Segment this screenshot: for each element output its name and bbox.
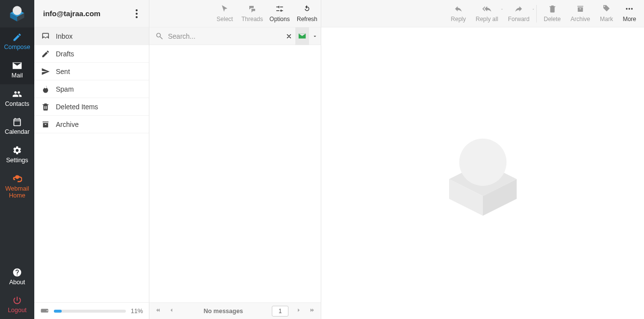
forward-icon: [514, 4, 523, 14]
folder-label: Inbox: [56, 32, 72, 40]
search-bar: [149, 27, 321, 45]
svg-point-8: [47, 310, 48, 311]
calendar-icon: [12, 117, 23, 127]
toolbar-more-button[interactable]: More: [618, 0, 641, 23]
nav-settings-label: Settings: [6, 157, 28, 164]
folder-label: Drafts: [56, 50, 74, 58]
nav-calendar[interactable]: Calendar: [0, 112, 34, 141]
contacts-icon: [12, 89, 23, 99]
nav-mail-label: Mail: [12, 73, 23, 79]
caret-down-icon: [531, 7, 535, 11]
list-pager: No messages: [149, 302, 321, 319]
folder-label: Archive: [56, 121, 79, 128]
toolbar-refresh-button[interactable]: Refresh: [293, 0, 321, 23]
quota-progress: [54, 310, 126, 313]
list-toolbar: Select Threads Options Refresh: [149, 0, 321, 27]
search-input[interactable]: [168, 32, 283, 40]
folder-spam[interactable]: Spam: [34, 80, 149, 98]
ellipsis-icon: [625, 4, 634, 14]
pager-next-button[interactable]: [295, 307, 302, 315]
question-icon: [12, 268, 23, 277]
message-empty-state: [321, 27, 644, 319]
fire-icon: [41, 85, 50, 94]
toolbar-reply-button[interactable]: Reply: [446, 0, 471, 23]
threads-icon: [248, 4, 257, 14]
toolbar-options-button[interactable]: Options: [266, 0, 293, 23]
pager-last-button[interactable]: [309, 307, 316, 315]
toolbar-forward-button[interactable]: Forward: [503, 0, 534, 23]
refresh-icon: [303, 4, 311, 14]
nav-about[interactable]: About: [0, 263, 34, 291]
nav-logout[interactable]: Logout: [0, 291, 34, 319]
sliders-icon: [275, 4, 284, 14]
folder-drafts[interactable]: Drafts: [34, 45, 149, 63]
empty-inbox-icon: [427, 117, 539, 230]
disk-icon: [40, 308, 49, 315]
nav-webmail-home-label: Webmail Home: [1, 186, 33, 199]
nav-calendar-label: Calendar: [5, 129, 30, 136]
folder-inbox[interactable]: Inbox: [34, 27, 149, 45]
nav-logout-label: Logout: [8, 307, 26, 314]
search-clear-button[interactable]: [283, 27, 295, 45]
trash-icon: [41, 102, 50, 111]
folder-archive[interactable]: Archive: [34, 116, 149, 133]
envelope-icon: [298, 33, 307, 39]
toolbar-options-label: Options: [269, 16, 289, 23]
nav-compose[interactable]: Compose: [0, 27, 34, 56]
svg-point-4: [136, 9, 138, 11]
svg-point-6: [136, 16, 138, 18]
nav-settings[interactable]: Settings: [0, 141, 34, 169]
toolbar-replyall-button[interactable]: Reply all: [471, 0, 503, 23]
search-scope-button[interactable]: [295, 27, 309, 45]
toolbar-select-button[interactable]: Select: [211, 0, 239, 23]
forward-caret[interactable]: [531, 6, 535, 13]
folder-deleted[interactable]: Deleted Items: [34, 98, 149, 116]
toolbar-mark-button[interactable]: Mark: [595, 0, 618, 23]
svg-point-11: [631, 8, 633, 9]
folder-list: Inbox Drafts Sent Spam Deleted Items: [34, 27, 149, 302]
nav-webmail-home[interactable]: Webmail Home: [0, 169, 34, 204]
message-list-pane: Select Threads Options Refresh: [149, 0, 321, 319]
inbox-icon: [41, 32, 50, 41]
brand-logo: [0, 0, 34, 27]
nav-contacts-label: Contacts: [5, 101, 29, 108]
toolbar-delete-button[interactable]: Delete: [539, 0, 566, 23]
message-pane: Reply Reply all Forward Delete: [321, 0, 644, 319]
toolbar-mark-label: Mark: [600, 16, 613, 23]
toolbar-archive-button[interactable]: Archive: [566, 0, 595, 23]
toolbar-select-label: Select: [216, 16, 233, 23]
account-menu-button[interactable]: [131, 7, 142, 21]
pager-first-button[interactable]: [154, 307, 161, 315]
paper-plane-icon: [41, 67, 50, 76]
message-list: [149, 45, 321, 302]
nav-mail[interactable]: Mail: [0, 56, 34, 84]
pager-status: No messages: [204, 308, 243, 315]
reply-all-icon: [482, 4, 491, 14]
quota-percent-label: 11%: [131, 308, 143, 315]
kebab-icon: [136, 9, 138, 18]
svg-point-9: [626, 8, 627, 9]
mail-icon: [12, 61, 23, 71]
toolbar-threads-button[interactable]: Threads: [239, 0, 266, 23]
folder-label: Deleted Items: [56, 103, 98, 111]
tag-icon: [602, 4, 611, 14]
folder-pane: info@tajraa.com Inbox Drafts Sent: [34, 0, 149, 319]
toolbar-refresh-label: Refresh: [297, 16, 317, 23]
pager-prev-button[interactable]: [168, 307, 175, 315]
message-toolbar: Reply Reply all Forward Delete: [321, 0, 644, 27]
folder-sent[interactable]: Sent: [34, 63, 149, 80]
account-email: info@tajraa.com: [43, 9, 100, 18]
trash-icon: [548, 4, 557, 14]
search-options-dropdown[interactable]: [309, 27, 321, 45]
quota-bar: 11%: [34, 302, 149, 319]
nav-rail: Compose Mail Contacts Calendar Settings …: [0, 0, 34, 319]
cursor-icon: [220, 4, 229, 14]
compose-icon: [12, 32, 23, 42]
reply-icon: [454, 4, 463, 14]
pencil-icon: [41, 49, 50, 58]
nav-contacts[interactable]: Contacts: [0, 84, 34, 113]
close-icon: [286, 33, 292, 40]
toolbar-more-label: More: [623, 16, 636, 23]
gear-icon: [12, 146, 23, 155]
pager-page-input[interactable]: [272, 306, 288, 317]
